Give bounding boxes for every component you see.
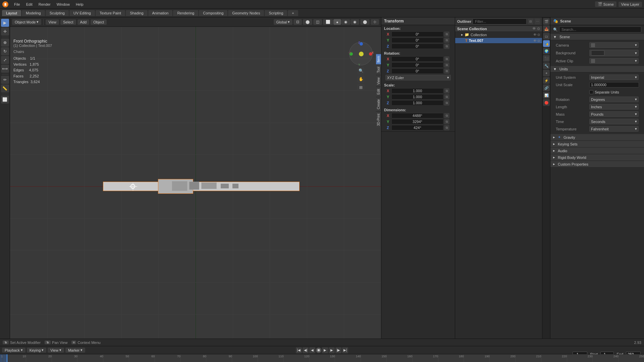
unit-system-dropdown[interactable]: Imperial ▾ xyxy=(589,74,639,80)
play-btn[interactable]: ▶ xyxy=(322,347,328,353)
collection-sel[interactable]: ⊙ xyxy=(537,33,540,37)
zoom-icon[interactable]: 🔍 xyxy=(357,67,365,74)
keying-btn[interactable]: Keying ▾ xyxy=(27,348,47,353)
outliner-filter-btn[interactable]: ⊟ xyxy=(528,19,533,24)
rotation-unit-dropdown[interactable]: Degrees ▾ xyxy=(589,97,639,102)
text007-eye[interactable]: 👁 xyxy=(533,39,537,43)
tab-add[interactable]: + xyxy=(288,10,298,16)
grid-icon[interactable]: ⊞ xyxy=(357,84,365,91)
rotation-y-input[interactable] xyxy=(391,62,443,68)
collection-eye[interactable]: 👁 xyxy=(533,33,537,37)
side-tab-view[interactable]: View xyxy=(376,75,381,87)
dim-x-input[interactable] xyxy=(391,113,443,118)
gizmo-btn[interactable]: ⊹ xyxy=(371,19,379,25)
dim-z-copy[interactable]: ⧉ xyxy=(444,125,449,130)
tool-rotate[interactable]: ↻ xyxy=(1,47,9,55)
scale-z-input[interactable] xyxy=(391,100,443,106)
gravity-header[interactable]: ▸ ✦ Gravity xyxy=(550,134,644,141)
view-layer-selector[interactable]: View Layer xyxy=(619,2,642,7)
tab-modeling[interactable]: Modeling xyxy=(22,10,45,16)
playback-btn[interactable]: Playback ▾ xyxy=(2,348,25,353)
separate-units-checkbox[interactable] xyxy=(589,90,593,94)
viewport-3d[interactable]: Object Mode ▾ View Select Add Object Glo… xyxy=(10,17,381,346)
rotation-z-input[interactable] xyxy=(391,68,443,74)
tab-animation[interactable]: Animation xyxy=(148,10,173,16)
scale-y-input[interactable] xyxy=(391,94,443,100)
collection-eye-icon[interactable]: 👁 xyxy=(532,26,536,31)
rot-z-copy[interactable]: ⧉ xyxy=(444,68,449,74)
shading-render-btn[interactable]: ◉ xyxy=(351,19,359,25)
rot-x-copy[interactable]: ⧉ xyxy=(444,56,449,62)
props-view-layer-icon[interactable]: 🗂 xyxy=(543,33,550,40)
unit-scale-input[interactable] xyxy=(589,82,639,87)
dim-y-copy[interactable]: ⧉ xyxy=(444,119,449,124)
prev-keyframe-btn[interactable]: ◀| xyxy=(303,347,309,353)
tool-select[interactable]: ▶ xyxy=(1,19,9,27)
viewport-options-btn[interactable]: ⬤ xyxy=(360,19,370,25)
next-keyframe-btn[interactable]: |▶ xyxy=(335,347,341,353)
tab-uv-editing[interactable]: UV Editing xyxy=(69,10,95,16)
view-tl-btn[interactable]: View ▾ xyxy=(48,348,64,353)
rot-y-copy[interactable]: ⧉ xyxy=(444,62,449,68)
tab-geometry-nodes[interactable]: Geometry Nodes xyxy=(228,10,264,16)
props-material-icon[interactable]: 🔴 xyxy=(543,99,550,106)
viewport-3d-content[interactable]: Front Orthographic (1) Collection | Text… xyxy=(10,27,381,346)
loc-x-copy[interactable]: ⧉ xyxy=(444,32,449,37)
location-y-input[interactable] xyxy=(391,38,443,43)
tab-sculpting[interactable]: Sculpting xyxy=(46,10,69,16)
side-tab-item[interactable]: Item xyxy=(376,54,381,64)
hand-icon[interactable]: ✋ xyxy=(357,75,365,83)
view-btn[interactable]: View xyxy=(46,19,59,25)
scene-search-input[interactable] xyxy=(559,26,641,33)
rigid-body-header[interactable]: ▸ Rigid Body World xyxy=(550,154,644,161)
scale-y-copy[interactable]: ⧉ xyxy=(444,94,449,100)
tool-add-cube[interactable]: ⬜ xyxy=(1,96,9,104)
side-tab-create[interactable]: Create xyxy=(376,97,381,111)
tab-scripting[interactable]: Scripting xyxy=(265,10,287,16)
tool-annotate[interactable]: ✏ xyxy=(1,76,9,84)
menu-window[interactable]: Window xyxy=(54,2,72,7)
side-tab-edit[interactable]: Edit xyxy=(376,86,381,97)
camera-dropdown[interactable]: ▾ xyxy=(589,42,639,48)
time-dropdown[interactable]: Seconds ▾ xyxy=(589,119,639,124)
audio-header[interactable]: ▸ Audio xyxy=(550,147,644,154)
outliner-options-btn[interactable]: ⋯ xyxy=(535,19,540,24)
menu-help[interactable]: Help xyxy=(73,2,86,7)
props-scene-icon[interactable]: 🎭 xyxy=(543,40,550,47)
dim-y-input[interactable] xyxy=(391,119,443,124)
location-z-input[interactable] xyxy=(391,44,443,49)
tab-rendering[interactable]: Rendering xyxy=(173,10,198,16)
props-modifier-icon[interactable]: 🔧 xyxy=(543,62,550,69)
marker-btn[interactable]: Marker ▾ xyxy=(65,348,85,353)
props-physics-icon[interactable]: ⚡ xyxy=(543,77,550,84)
scale-x-copy[interactable]: ⧉ xyxy=(444,88,449,94)
prev-frame-btn[interactable]: ◀ xyxy=(309,347,315,353)
outliner-item-text007[interactable]: T Text.007 👁 ⊙ xyxy=(455,38,542,44)
props-data-icon[interactable]: 📊 xyxy=(543,92,550,99)
background-dropdown[interactable]: ▾ xyxy=(589,50,639,56)
rotation-mode-dropdown[interactable]: XYZ Euler ▾ xyxy=(385,75,451,80)
shading-solid-btn[interactable]: ● xyxy=(333,19,341,25)
dim-x-copy[interactable]: ⧉ xyxy=(444,113,449,118)
collection-select-icon[interactable]: ⊙ xyxy=(537,26,540,31)
scene-selector[interactable]: 🎬 Scene xyxy=(595,1,616,7)
length-dropdown[interactable]: Inches ▾ xyxy=(589,104,639,110)
mass-dropdown[interactable]: Pounds ▾ xyxy=(589,111,639,117)
tab-layout[interactable]: Layout xyxy=(2,10,21,16)
props-object-icon[interactable]: ⬛ xyxy=(543,55,550,62)
shading-wire-btn[interactable]: ⬜ xyxy=(323,19,333,25)
props-world-icon[interactable]: 🌍 xyxy=(543,48,550,54)
text007-sel[interactable]: ⊙ xyxy=(537,39,540,43)
add-btn[interactable]: Add xyxy=(77,19,90,25)
loc-z-copy[interactable]: ⧉ xyxy=(444,44,449,49)
select-btn[interactable]: Select xyxy=(60,19,76,25)
tab-texture-paint[interactable]: Texture Paint xyxy=(96,10,125,16)
tool-measure[interactable]: 📏 xyxy=(1,84,9,93)
scale-x-input[interactable] xyxy=(391,88,443,94)
tool-move[interactable]: ⊕ xyxy=(1,39,9,47)
xray-btn[interactable]: ◫ xyxy=(313,19,322,25)
snap-btn[interactable]: ⊡ xyxy=(293,19,302,25)
side-tab-3dprint[interactable]: 3D-Print xyxy=(376,111,381,128)
global-btn[interactable]: Global ▾ xyxy=(274,19,293,25)
tool-cursor[interactable]: ✛ xyxy=(1,27,9,36)
